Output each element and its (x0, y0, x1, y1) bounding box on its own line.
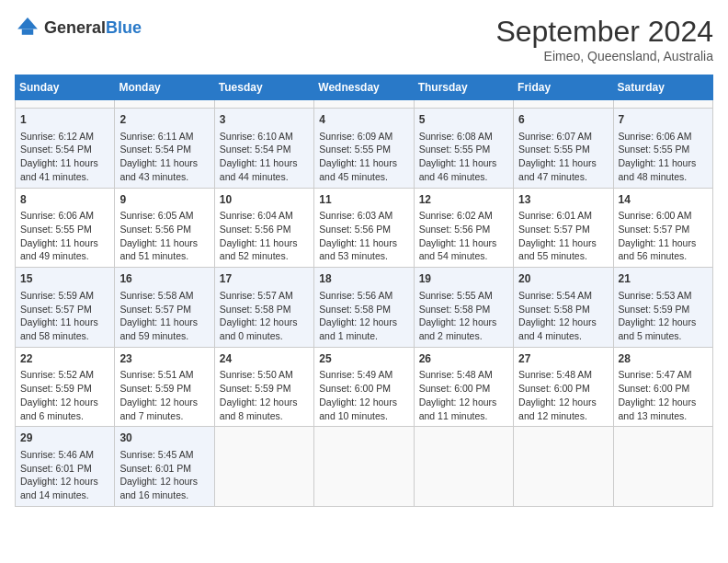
calendar-header: SundayMondayTuesdayWednesdayThursdayFrid… (16, 75, 713, 100)
sunrise-line: Sunrise: 5:46 AM (20, 449, 94, 460)
day-number: 13 (518, 192, 608, 208)
calendar-cell: 6Sunrise: 6:07 AMSunset: 5:55 PMDaylight… (514, 109, 613, 189)
day-number: 23 (119, 351, 209, 367)
daylight-line: Daylight: 11 hours and 46 minutes. (419, 157, 497, 182)
calendar-cell: 18Sunrise: 5:56 AMSunset: 5:58 PMDayligh… (314, 268, 414, 348)
month-title: September 2024 (495, 15, 713, 49)
sunrise-line: Sunrise: 5:54 AM (518, 290, 592, 301)
sunset-line: Sunset: 6:00 PM (518, 383, 590, 394)
daylight-line: Daylight: 12 hours and 0 minutes. (220, 316, 298, 341)
calendar-cell: 15Sunrise: 5:59 AMSunset: 5:57 PMDayligh… (16, 268, 115, 348)
sunrise-line: Sunrise: 5:59 AM (20, 290, 94, 301)
day-number: 18 (319, 271, 408, 287)
calendar-cell: 13Sunrise: 6:01 AMSunset: 5:57 PMDayligh… (514, 188, 613, 268)
page-header: GeneralBlue September 2024 Eimeo, Queens… (15, 15, 713, 63)
sunset-line: Sunset: 5:58 PM (220, 304, 291, 315)
day-number: 17 (220, 271, 309, 287)
day-number: 4 (319, 112, 408, 128)
day-number: 3 (220, 112, 309, 128)
calendar-cell: 17Sunrise: 5:57 AMSunset: 5:58 PMDayligh… (214, 268, 313, 348)
sunset-line: Sunset: 5:57 PM (518, 224, 590, 235)
weekday-header: Friday (514, 75, 613, 100)
calendar-week-row (16, 100, 713, 109)
calendar-week-row: 29Sunrise: 5:46 AMSunset: 6:01 PMDayligh… (16, 427, 713, 507)
daylight-line: Daylight: 12 hours and 12 minutes. (518, 396, 597, 421)
calendar-cell: 14Sunrise: 6:00 AMSunset: 5:57 PMDayligh… (613, 188, 712, 268)
sunset-line: Sunset: 5:59 PM (119, 383, 191, 394)
calendar-cell: 12Sunrise: 6:02 AMSunset: 5:56 PMDayligh… (414, 188, 513, 268)
daylight-line: Daylight: 12 hours and 16 minutes. (119, 476, 198, 500)
daylight-line: Daylight: 12 hours and 2 minutes. (419, 316, 497, 341)
daylight-line: Daylight: 11 hours and 47 minutes. (518, 157, 597, 182)
calendar-cell (314, 427, 414, 507)
sunset-line: Sunset: 5:55 PM (518, 144, 590, 155)
sunset-line: Sunset: 5:55 PM (319, 144, 391, 155)
day-number: 1 (20, 112, 109, 128)
day-number: 11 (319, 192, 408, 208)
sunrise-line: Sunrise: 6:06 AM (20, 210, 94, 221)
calendar-cell: 22Sunrise: 5:52 AMSunset: 5:59 PMDayligh… (16, 347, 115, 427)
day-number: 30 (119, 431, 209, 446)
daylight-line: Daylight: 12 hours and 4 minutes. (518, 316, 597, 341)
sunset-line: Sunset: 5:58 PM (319, 304, 391, 315)
calendar-cell: 29Sunrise: 5:46 AMSunset: 6:01 PMDayligh… (16, 427, 115, 507)
sunset-line: Sunset: 6:00 PM (319, 383, 391, 394)
sunset-line: Sunset: 5:56 PM (419, 224, 491, 235)
calendar-cell: 19Sunrise: 5:55 AMSunset: 5:58 PMDayligh… (414, 268, 513, 348)
sunrise-line: Sunrise: 6:12 AM (20, 131, 94, 142)
calendar-cell: 30Sunrise: 5:45 AMSunset: 6:01 PMDayligh… (115, 427, 214, 507)
calendar-cell: 23Sunrise: 5:51 AMSunset: 5:59 PMDayligh… (115, 347, 214, 427)
day-number: 6 (518, 112, 608, 128)
sunset-line: Sunset: 6:00 PM (619, 383, 690, 394)
daylight-line: Daylight: 12 hours and 10 minutes. (319, 396, 397, 421)
sunrise-line: Sunrise: 5:57 AM (220, 290, 293, 301)
sunrise-line: Sunrise: 6:07 AM (518, 131, 592, 142)
day-number: 28 (619, 351, 708, 367)
calendar-cell: 20Sunrise: 5:54 AMSunset: 5:58 PMDayligh… (514, 268, 613, 348)
sunrise-line: Sunrise: 6:00 AM (619, 210, 692, 221)
daylight-line: Daylight: 12 hours and 13 minutes. (619, 396, 697, 421)
sunset-line: Sunset: 5:56 PM (319, 224, 391, 235)
calendar-cell: 4Sunrise: 6:09 AMSunset: 5:55 PMDaylight… (314, 109, 414, 189)
daylight-line: Daylight: 11 hours and 54 minutes. (419, 237, 497, 262)
weekday-header: Saturday (613, 75, 712, 100)
calendar-cell (16, 100, 115, 109)
daylight-line: Daylight: 11 hours and 52 minutes. (220, 237, 298, 262)
sunset-line: Sunset: 5:54 PM (119, 144, 191, 155)
sunset-line: Sunset: 5:57 PM (20, 304, 92, 315)
title-block: September 2024 Eimeo, Queensland, Austra… (495, 15, 713, 63)
day-number: 27 (518, 351, 608, 367)
day-number: 19 (419, 271, 508, 287)
calendar-cell (613, 100, 712, 109)
weekday-header-row: SundayMondayTuesdayWednesdayThursdayFrid… (16, 75, 713, 100)
weekday-header: Tuesday (214, 75, 313, 100)
calendar-cell: 21Sunrise: 5:53 AMSunset: 5:59 PMDayligh… (613, 268, 712, 348)
logo-blue: Blue (106, 18, 142, 37)
day-number: 21 (619, 271, 708, 287)
weekday-header: Monday (115, 75, 214, 100)
sunset-line: Sunset: 6:01 PM (20, 463, 92, 474)
daylight-line: Daylight: 12 hours and 8 minutes. (220, 396, 298, 421)
sunset-line: Sunset: 6:01 PM (119, 463, 191, 474)
logo: GeneralBlue (15, 15, 142, 40)
sunset-line: Sunset: 6:00 PM (419, 383, 491, 394)
sunset-line: Sunset: 5:58 PM (518, 304, 590, 315)
sunrise-line: Sunrise: 6:10 AM (220, 131, 293, 142)
sunrise-line: Sunrise: 6:06 AM (619, 131, 692, 142)
sunrise-line: Sunrise: 5:58 AM (119, 290, 193, 301)
calendar-cell (214, 100, 313, 109)
daylight-line: Daylight: 11 hours and 48 minutes. (619, 157, 697, 182)
calendar-cell: 1Sunrise: 6:12 AMSunset: 5:54 PMDaylight… (16, 109, 115, 189)
sunrise-line: Sunrise: 6:04 AM (220, 210, 293, 221)
logo-icon (15, 15, 40, 40)
location-title: Eimeo, Queensland, Australia (495, 49, 713, 63)
sunrise-line: Sunrise: 5:55 AM (419, 290, 493, 301)
sunrise-line: Sunrise: 5:47 AM (619, 369, 692, 380)
day-number: 10 (220, 192, 309, 208)
day-number: 12 (419, 192, 508, 208)
sunrise-line: Sunrise: 6:02 AM (419, 210, 493, 221)
day-number: 24 (220, 351, 309, 367)
day-number: 16 (119, 271, 209, 287)
daylight-line: Daylight: 11 hours and 56 minutes. (619, 237, 697, 262)
sunrise-line: Sunrise: 5:48 AM (419, 369, 493, 380)
